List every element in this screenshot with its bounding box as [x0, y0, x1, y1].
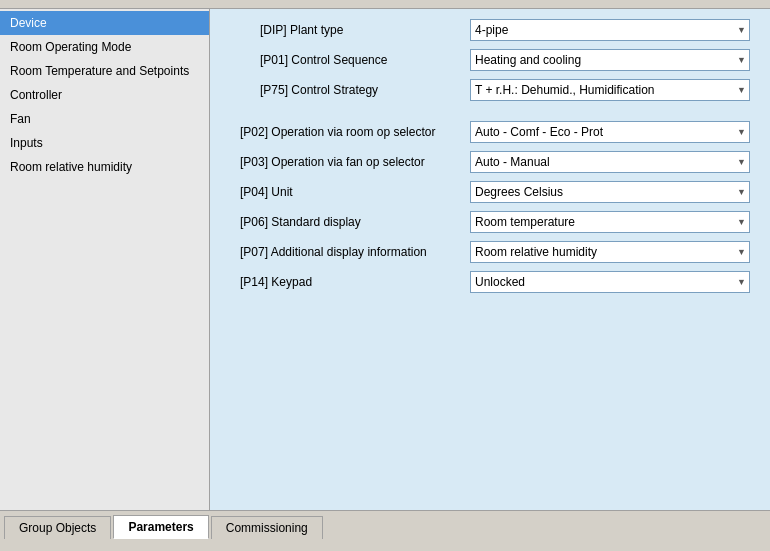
sidebar: DeviceRoom Operating ModeRoom Temperatur… [0, 9, 210, 510]
select-p75-control-strategy[interactable]: T + r.H.: Dehumid., HumidificationT only… [470, 79, 750, 101]
title-bar [0, 0, 770, 9]
param-label-p02-operation-room-op: [P02] Operation via room op selector [230, 125, 470, 139]
tab-group-objects[interactable]: Group Objects [4, 516, 111, 539]
sidebar-item-fan[interactable]: Fan [0, 107, 209, 131]
sidebar-item-inputs[interactable]: Inputs [0, 131, 209, 155]
tab-commissioning[interactable]: Commissioning [211, 516, 323, 539]
select-p06-standard-display[interactable]: Room temperatureSetpointTimeHumidity [470, 211, 750, 233]
param-row-p75-control-strategy: [P75] Control StrategyT + r.H.: Dehumid.… [230, 79, 750, 101]
select-p07-additional-display[interactable]: Room relative humidityNoneSetpointTime [470, 241, 750, 263]
param-label-p03-operation-fan-op: [P03] Operation via fan op selector [230, 155, 470, 169]
select-p04-unit[interactable]: Degrees CelsiusDegrees Fahrenheit [470, 181, 750, 203]
param-row-p02-operation-room-op: [P02] Operation via room op selectorAuto… [230, 121, 750, 143]
param-row-p04-unit: [P04] UnitDegrees CelsiusDegrees Fahrenh… [230, 181, 750, 203]
select-p02-operation-room-op[interactable]: Auto - Comf - Eco - ProtComf - Eco - Pro… [470, 121, 750, 143]
select-wrapper-p06-standard-display: Room temperatureSetpointTimeHumidity [470, 211, 750, 233]
param-label-dip-plant-type: [DIP] Plant type [230, 23, 470, 37]
param-row-dip-plant-type: [DIP] Plant type4-pipe2-pipe2-pipe + ele… [230, 19, 750, 41]
sidebar-item-room-relative-humidity[interactable]: Room relative humidity [0, 155, 209, 179]
param-label-p06-standard-display: [P06] Standard display [230, 215, 470, 229]
select-dip-plant-type[interactable]: 4-pipe2-pipe2-pipe + elec.2-pipe changeo… [470, 19, 750, 41]
select-wrapper-dip-plant-type: 4-pipe2-pipe2-pipe + elec.2-pipe changeo… [470, 19, 750, 41]
bottom-tabs: Group ObjectsParametersCommissioning [0, 510, 770, 538]
select-wrapper-p03-operation-fan-op: Auto - ManualAuto onlyManual only [470, 151, 750, 173]
spacer [230, 109, 750, 121]
select-p01-control-sequence[interactable]: Heating and coolingHeating onlyCooling o… [470, 49, 750, 71]
select-p03-operation-fan-op[interactable]: Auto - ManualAuto onlyManual only [470, 151, 750, 173]
param-row-p03-operation-fan-op: [P03] Operation via fan op selectorAuto … [230, 151, 750, 173]
param-row-p07-additional-display: [P07] Additional display informationRoom… [230, 241, 750, 263]
select-wrapper-p14-keypad: UnlockedLockedPartially locked [470, 271, 750, 293]
tab-parameters[interactable]: Parameters [113, 515, 208, 539]
param-label-p75-control-strategy: [P75] Control Strategy [230, 83, 470, 97]
sidebar-item-room-operating-mode[interactable]: Room Operating Mode [0, 35, 209, 59]
select-wrapper-p02-operation-room-op: Auto - Comf - Eco - ProtComf - Eco - Pro… [470, 121, 750, 143]
param-label-p14-keypad: [P14] Keypad [230, 275, 470, 289]
param-row-p01-control-sequence: [P01] Control SequenceHeating and coolin… [230, 49, 750, 71]
param-row-p06-standard-display: [P06] Standard displayRoom temperatureSe… [230, 211, 750, 233]
select-wrapper-p01-control-sequence: Heating and coolingHeating onlyCooling o… [470, 49, 750, 71]
sidebar-item-device[interactable]: Device [0, 11, 209, 35]
param-label-p04-unit: [P04] Unit [230, 185, 470, 199]
sidebar-item-room-temp-setpoints[interactable]: Room Temperature and Setpoints [0, 59, 209, 83]
param-row-p14-keypad: [P14] KeypadUnlockedLockedPartially lock… [230, 271, 750, 293]
param-label-p07-additional-display: [P07] Additional display information [230, 245, 470, 259]
select-wrapper-p07-additional-display: Room relative humidityNoneSetpointTime [470, 241, 750, 263]
param-label-p01-control-sequence: [P01] Control Sequence [230, 53, 470, 67]
select-wrapper-p04-unit: Degrees CelsiusDegrees Fahrenheit [470, 181, 750, 203]
select-p14-keypad[interactable]: UnlockedLockedPartially locked [470, 271, 750, 293]
select-wrapper-p75-control-strategy: T + r.H.: Dehumid., HumidificationT only… [470, 79, 750, 101]
sidebar-item-controller[interactable]: Controller [0, 83, 209, 107]
main-panel: [DIP] Plant type4-pipe2-pipe2-pipe + ele… [210, 9, 770, 510]
